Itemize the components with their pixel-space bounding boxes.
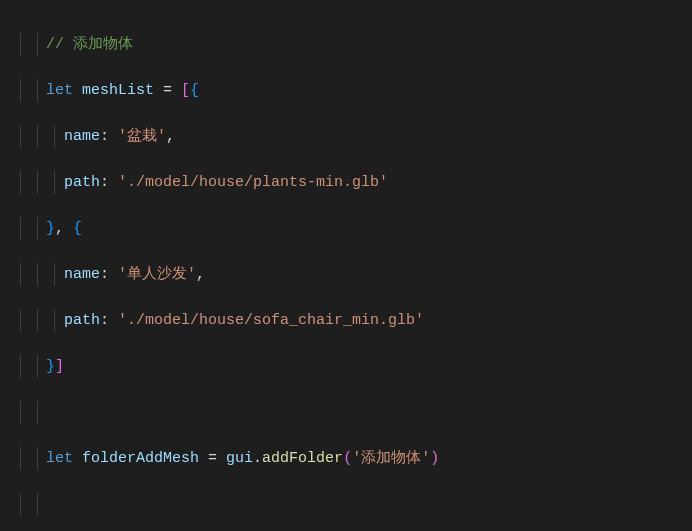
code-line: let meshList = [{ [0, 79, 692, 102]
code-line [0, 493, 692, 516]
code-line: let folderAddMesh = gui.addFolder('添加物体'… [0, 447, 692, 470]
code-line: name: '盆栽', [0, 125, 692, 148]
code-line: name: '单人沙发', [0, 263, 692, 286]
code-line [0, 401, 692, 424]
code-line: }] [0, 355, 692, 378]
code-editor[interactable]: // 添加物体 let meshList = [{ name: '盆栽', pa… [0, 10, 692, 531]
code-line: path: './model/house/plants-min.glb' [0, 171, 692, 194]
code-line: path: './model/house/sofa_chair_min.glb' [0, 309, 692, 332]
comment: // 添加物体 [46, 36, 133, 53]
code-line: // 添加物体 [0, 33, 692, 56]
code-line: }, { [0, 217, 692, 240]
